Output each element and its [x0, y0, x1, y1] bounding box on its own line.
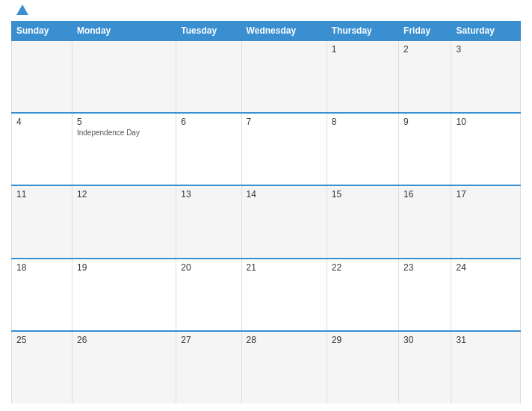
day-number: 13 [181, 189, 236, 200]
day-header-monday: Monday [72, 22, 176, 41]
calendar-cell: 8 [327, 113, 398, 185]
day-number: 26 [77, 335, 171, 345]
day-header-wednesday: Wednesday [241, 22, 327, 41]
calendar-cell: 11 [12, 185, 72, 258]
calendar-cell: 16 [399, 185, 451, 258]
calendar-cell: 14 [241, 185, 327, 258]
calendar-cell: 13 [176, 185, 241, 258]
day-number: 23 [403, 262, 446, 273]
calendar-cell: 7 [241, 113, 327, 185]
day-number: 3 [456, 44, 516, 55]
logo-triangle-icon [16, 4, 28, 15]
calendar-cell: 18 [12, 259, 72, 331]
day-number: 24 [456, 262, 516, 273]
day-number: 5 [77, 117, 171, 127]
week-row-3: 11121314151617 [12, 185, 521, 258]
day-number: 21 [247, 262, 322, 273]
day-number: 16 [403, 189, 446, 200]
calendar-wrapper: SundayMondayTuesdayWednesdayThursdayFrid… [0, 0, 532, 411]
calendar-cell: 29 [327, 331, 398, 404]
day-number: 2 [403, 44, 446, 55]
day-header-sunday: Sunday [12, 22, 72, 41]
calendar-cell: 15 [327, 185, 398, 258]
calendar-cell: 28 [241, 331, 327, 404]
day-header-saturday: Saturday [451, 22, 521, 41]
day-number: 29 [332, 335, 394, 345]
day-number: 4 [16, 117, 67, 127]
calendar-cell [12, 40, 72, 113]
day-number: 10 [456, 117, 516, 127]
day-number: 8 [332, 117, 394, 127]
calendar-cell: 22 [327, 259, 398, 331]
calendar-cell: 31 [451, 331, 521, 404]
calendar-cell: 6 [176, 113, 241, 185]
day-number: 12 [77, 189, 171, 200]
calendar-cell: 1 [327, 40, 398, 113]
day-header-tuesday: Tuesday [176, 22, 241, 41]
day-number: 9 [403, 117, 446, 127]
day-number: 18 [16, 262, 67, 273]
week-row-2: 45Independence Day678910 [12, 113, 521, 185]
day-number: 1 [332, 44, 394, 55]
day-number: 30 [403, 335, 446, 345]
logo [15, 7, 28, 15]
calendar-cell: 23 [399, 259, 451, 331]
day-number: 14 [247, 189, 322, 200]
calendar-cell: 26 [72, 331, 176, 404]
days-header-row: SundayMondayTuesdayWednesdayThursdayFrid… [12, 22, 521, 41]
calendar-table: SundayMondayTuesdayWednesdayThursdayFrid… [11, 21, 521, 404]
calendar-cell: 17 [451, 185, 521, 258]
calendar-cell [176, 40, 241, 113]
day-number: 28 [247, 335, 322, 345]
day-number: 22 [332, 262, 394, 273]
day-number: 15 [332, 189, 394, 200]
calendar-cell: 20 [176, 259, 241, 331]
holiday-name: Independence Day [77, 129, 171, 137]
day-header-thursday: Thursday [327, 22, 398, 41]
day-number: 20 [181, 262, 236, 273]
day-number: 19 [77, 262, 171, 273]
day-number: 17 [456, 189, 516, 200]
calendar-cell: 30 [399, 331, 451, 404]
calendar-cell: 9 [399, 113, 451, 185]
calendar-cell: 2 [399, 40, 451, 113]
calendar-header [11, 7, 521, 15]
week-row-5: 25262728293031 [12, 331, 521, 404]
calendar-cell: 4 [12, 113, 72, 185]
calendar-cell: 12 [72, 185, 176, 258]
day-number: 25 [16, 335, 67, 345]
calendar-cell: 5Independence Day [72, 113, 176, 185]
day-header-friday: Friday [399, 22, 451, 41]
calendar-cell: 24 [451, 259, 521, 331]
day-number: 27 [181, 335, 236, 345]
calendar-cell: 3 [451, 40, 521, 113]
calendar-cell [241, 40, 327, 113]
calendar-cell: 19 [72, 259, 176, 331]
calendar-cell [72, 40, 176, 113]
calendar-cell: 10 [451, 113, 521, 185]
day-number: 11 [16, 189, 67, 200]
day-number: 7 [247, 117, 322, 127]
calendar-cell: 27 [176, 331, 241, 404]
day-number: 6 [181, 117, 236, 127]
week-row-1: 123 [12, 40, 521, 113]
day-number: 31 [456, 335, 516, 345]
week-row-4: 18192021222324 [12, 259, 521, 331]
calendar-cell: 21 [241, 259, 327, 331]
calendar-cell: 25 [12, 331, 72, 404]
